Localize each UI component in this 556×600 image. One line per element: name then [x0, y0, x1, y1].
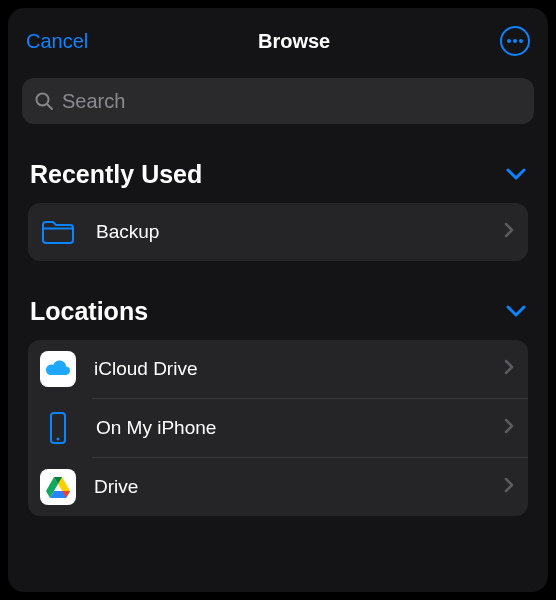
section-title-locations: Locations — [30, 297, 148, 326]
more-options-button[interactable] — [500, 26, 530, 56]
chevron-right-icon — [504, 359, 514, 379]
list-item-on-my-iphone[interactable]: On My iPhone — [28, 399, 528, 457]
list-item-label: iCloud Drive — [94, 358, 504, 380]
section-title-recent: Recently Used — [30, 160, 202, 189]
locations-list: iCloud Drive On My iPhone — [28, 340, 528, 516]
list-item-label: On My iPhone — [96, 417, 504, 439]
svg-line-4 — [47, 104, 52, 109]
navbar: Cancel Browse — [22, 18, 534, 64]
recently-used-section: Recently Used Backup — [22, 160, 534, 261]
list-item-backup[interactable]: Backup — [28, 203, 528, 261]
search-input[interactable] — [62, 90, 522, 113]
svg-point-7 — [57, 438, 60, 441]
list-item-label: Backup — [96, 221, 504, 243]
icloud-icon — [40, 351, 76, 387]
chevron-right-icon — [504, 477, 514, 497]
list-item-label: Drive — [94, 476, 504, 498]
list-item-drive[interactable]: Drive — [28, 458, 528, 516]
list-item-icloud-drive[interactable]: iCloud Drive — [28, 340, 528, 398]
collapse-locations-button[interactable] — [506, 303, 526, 321]
iphone-icon — [38, 408, 78, 448]
page-title: Browse — [258, 30, 330, 53]
search-bar[interactable] — [22, 78, 534, 124]
chevron-right-icon — [504, 222, 514, 242]
svg-point-0 — [507, 39, 511, 43]
ellipsis-icon — [506, 38, 524, 44]
collapse-recent-button[interactable] — [506, 166, 526, 184]
chevron-down-icon — [506, 305, 526, 317]
google-drive-icon — [40, 469, 76, 505]
cancel-button[interactable]: Cancel — [26, 30, 88, 53]
svg-point-1 — [513, 39, 517, 43]
search-icon — [34, 91, 54, 111]
chevron-right-icon — [504, 418, 514, 438]
locations-section: Locations iCloud Drive — [22, 297, 534, 516]
svg-point-2 — [519, 39, 523, 43]
chevron-down-icon — [506, 168, 526, 180]
folder-icon — [38, 212, 78, 252]
recent-list: Backup — [28, 203, 528, 261]
